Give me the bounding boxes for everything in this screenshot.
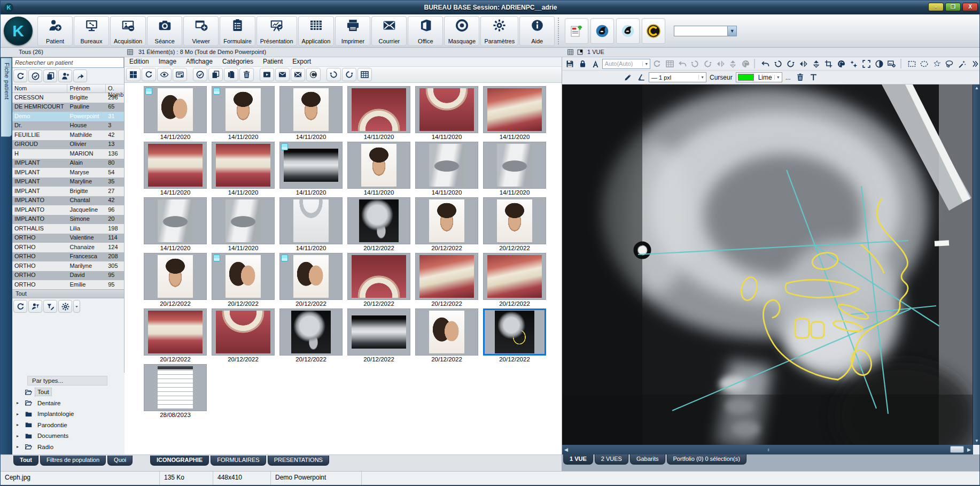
viewer-tool-angle[interactable]	[635, 72, 648, 83]
viewer-tool-rotate-left[interactable]	[689, 58, 701, 70]
menu-edition[interactable]: Edition	[125, 57, 154, 66]
tree-item-implantologie[interactable]: ▸Implantologie	[12, 408, 125, 420]
menu-export[interactable]: Export	[287, 57, 316, 66]
thumbnail-photo-profile[interactable]	[415, 308, 478, 356]
gallery-tool-refresh[interactable]	[142, 68, 156, 81]
toolbar-button-acquisition[interactable]: Acquisition	[110, 16, 146, 46]
viewer-tool-flip-h[interactable]	[714, 58, 726, 70]
k-logo[interactable]: K	[4, 17, 33, 45]
gallery-tool-rotate-left[interactable]	[326, 68, 341, 81]
menu-affichage[interactable]: Affichage	[181, 57, 217, 66]
column-header-pr-nom[interactable]: Prénom	[67, 84, 106, 92]
thumbnail-photo-face[interactable]	[144, 253, 207, 300]
viewer-tool-refresh[interactable]	[651, 58, 663, 70]
patient-row[interactable]: ORTHALISLilia198	[12, 224, 124, 234]
expand-arrow-icon[interactable]: ▸	[17, 444, 21, 449]
toolbar-button-viewer[interactable]: Viewer	[183, 16, 219, 46]
search-input[interactable]	[12, 57, 124, 68]
viewer-tool-pencil[interactable]	[622, 72, 634, 83]
gallery-tool-validate[interactable]	[193, 68, 207, 81]
toolbar-button-presentation[interactable]: Présentation	[256, 16, 297, 46]
thumbnail-xray-pano[interactable]	[347, 308, 410, 356]
gallery-tool-c-logo-dark[interactable]	[306, 68, 321, 81]
column-header-o-nomb[interactable]: O. Nomb	[106, 84, 124, 92]
patient-row[interactable]: IMPLANTOSimone20	[12, 215, 124, 225]
thumbnail-xray-skull[interactable]	[279, 308, 343, 356]
patient-row[interactable]: ORTHOFrancesca208	[12, 252, 124, 262]
thumbnail-intra-side[interactable]	[415, 253, 478, 300]
gallery-tool-video[interactable]	[260, 68, 274, 81]
thumbnail-intra-arch-upper[interactable]	[347, 86, 410, 133]
grid-view-icon[interactable]	[127, 49, 134, 56]
viewer-tool-image-settings[interactable]	[886, 58, 898, 70]
thumbnail-intra-front[interactable]	[144, 142, 207, 189]
viewer-tool-select-ellipse[interactable]	[919, 58, 930, 70]
viewer-tool-fit[interactable]	[861, 58, 873, 70]
thumbnail-model-arch[interactable]	[279, 197, 343, 244]
sidebar-action-validate[interactable]	[28, 70, 42, 82]
tab-portfolio-0-0-s-lection-s[interactable]: Portfolio (0) 0 sélection(s)	[667, 454, 746, 465]
viewer-tool-rotate-left[interactable]	[772, 58, 784, 70]
tab-2-vues[interactable]: 2 VUES	[595, 454, 628, 465]
more-options-button[interactable]: ...	[783, 74, 793, 81]
viewer-tool-chevron[interactable]	[969, 58, 980, 70]
gallery-tool-mail-blocked[interactable]	[291, 68, 305, 81]
tab-fiche-patient[interactable]: Fiche patient	[1, 58, 12, 137]
scroll-right-icon[interactable]: ▶	[965, 445, 973, 454]
viewer-tool-palette[interactable]	[835, 58, 847, 70]
patient-row[interactable]: GIROUDOlivier13	[12, 140, 124, 150]
filter-action-refresh[interactable]	[13, 300, 27, 313]
expand-arrow-icon[interactable]: ▸	[17, 422, 21, 427]
thumbnail-intra-arch-upper[interactable]	[347, 253, 410, 300]
tree-item-tout[interactable]: Tout	[12, 387, 125, 398]
expand-arrow-icon[interactable]: ▸	[17, 412, 21, 416]
minimize-button[interactable]: -	[928, 3, 944, 11]
patient-row[interactable]: ORTHOEmilie95	[12, 280, 124, 289]
patient-row[interactable]: IMPLANTMaryse54	[12, 168, 124, 178]
viewer-tool-text[interactable]	[807, 72, 820, 83]
sidebar-action-copy[interactable]	[43, 70, 57, 82]
viewer-tool-table[interactable]	[664, 58, 676, 70]
tree-item-parodontie[interactable]: ▸Parodontie	[12, 420, 125, 431]
thumbnail-photo-face[interactable]	[279, 86, 343, 133]
thumbnail-model[interactable]	[212, 197, 275, 244]
viewer-tool-crop[interactable]	[823, 58, 835, 70]
toolbar-button-imprimer[interactable]: Imprimer	[335, 16, 370, 46]
viewer-tool-trash[interactable]	[794, 72, 806, 83]
cephalometric-xray-image[interactable]	[562, 84, 973, 445]
tab-1-vue[interactable]: 1 VUE	[563, 454, 593, 465]
viewer-tool-select-star[interactable]	[931, 58, 943, 70]
thumbnail-photo-profile[interactable]	[144, 86, 207, 133]
tab-formulaires[interactable]: FORMULAIRES	[211, 456, 266, 466]
thumbnail-intra-front[interactable]	[144, 308, 207, 356]
toolbar-combobox[interactable]: ▼	[674, 26, 737, 36]
tab-filtres-de-population[interactable]: Filtres de population	[40, 456, 106, 466]
color-select[interactable]: Lime▾	[736, 72, 782, 82]
gallery-tool-trash[interactable]	[239, 68, 254, 81]
viewer-tool-font[interactable]	[589, 58, 601, 70]
thumbnail-intra-side[interactable]	[483, 86, 546, 133]
patient-row[interactable]: DE HEMRICOURTPauline65	[12, 103, 124, 112]
toolbar-button-courrier[interactable]: Courrier	[371, 16, 407, 46]
close-button[interactable]: X	[962, 3, 978, 11]
toolbar-button-bureaux[interactable]: Bureaux	[74, 16, 109, 46]
viewer-tool-rotate-right[interactable]	[702, 58, 714, 70]
thumbnail-model[interactable]	[483, 142, 546, 189]
thumbnail-document[interactable]	[144, 364, 207, 411]
stroke-width-select[interactable]: — 1 pxl▾	[649, 72, 706, 82]
gallery-tool-windows[interactable]	[126, 68, 141, 81]
gallery-tool-mail[interactable]	[275, 68, 290, 81]
column-header-nom[interactable]: Nom	[12, 84, 67, 92]
thumbnail-intra-arch-lower[interactable]	[212, 308, 275, 356]
thumbnail-photo-face[interactable]	[212, 86, 275, 133]
viewer-tool-wand[interactable]	[956, 58, 968, 70]
viewer-tool-select-rect[interactable]	[906, 58, 917, 70]
tree-header[interactable]: Par types...	[27, 376, 107, 385]
quick-button-pdf-export[interactable]	[565, 18, 588, 44]
sidebar-action-refresh[interactable]	[13, 70, 27, 82]
patient-row[interactable]: HMARION136	[12, 149, 124, 159]
viewer-tool-flip-v[interactable]	[727, 58, 739, 70]
filter-action-filter-user[interactable]	[28, 300, 42, 313]
zoom-select[interactable]: Auto(Auto)▾	[602, 59, 650, 69]
patient-row[interactable]: ORTHOValentine114	[12, 234, 124, 243]
